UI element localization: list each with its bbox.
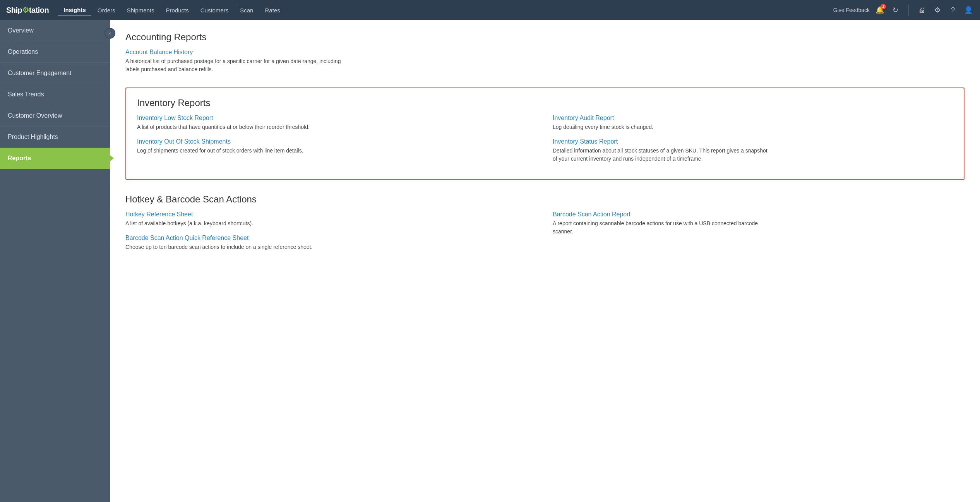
nav-shipments[interactable]: Shipments (122, 5, 160, 16)
sidebar-item-operations[interactable]: Operations (0, 41, 110, 63)
hotkey-col1: Hotkey Reference Sheet A list of availab… (125, 211, 537, 258)
inventory-audit-desc: Log detailing every time stock is change… (553, 123, 769, 131)
nav-rates[interactable]: Rates (259, 5, 285, 16)
hotkey-section: Hotkey & Barcode Scan Actions Hotkey Ref… (125, 194, 965, 258)
print-icon[interactable]: 🖨 (917, 5, 927, 15)
sidebar-item-sales-trends[interactable]: Sales Trends (0, 84, 110, 105)
hotkey-reference-link[interactable]: Hotkey Reference Sheet (125, 211, 537, 218)
inventory-out-of-stock-link[interactable]: Inventory Out Of Stock Shipments (137, 138, 537, 145)
nav-right: Give Feedback 🔔 1 ↻ 🖨 ⚙ ? 👤 (833, 4, 974, 16)
refresh-icon[interactable]: ↻ (890, 5, 901, 15)
logo-gear: ⚙ (22, 6, 29, 14)
inventory-audit-link[interactable]: Inventory Audit Report (553, 115, 953, 122)
main-content: Accounting Reports Account Balance Histo… (110, 20, 980, 502)
notification-icon[interactable]: 🔔 1 (874, 5, 885, 15)
accounting-section-title: Accounting Reports (125, 32, 965, 43)
inventory-status-desc: Detailed information about all stock sta… (553, 147, 769, 163)
active-arrow-icon (110, 155, 114, 161)
app-logo[interactable]: Ship⚙tation (6, 5, 49, 15)
inventory-section: Inventory Reports Inventory Low Stock Re… (125, 87, 965, 180)
nav-links: Insights Orders Shipments Products Custo… (58, 4, 833, 16)
inventory-low-stock-desc: A list of products that have quantities … (137, 123, 354, 131)
nav-insights[interactable]: Insights (58, 4, 91, 16)
page-layout: ‹ Overview Operations Customer Engagemen… (0, 20, 980, 502)
barcode-quick-ref-link[interactable]: Barcode Scan Action Quick Reference Shee… (125, 235, 537, 242)
sidebar-item-customer-engagement[interactable]: Customer Engagement (0, 63, 110, 84)
nav-orders[interactable]: Orders (92, 5, 121, 16)
account-balance-history-item: Account Balance History A historical lis… (125, 49, 965, 74)
top-nav: Ship⚙tation Insights Orders Shipments Pr… (0, 0, 980, 20)
inventory-audit-item: Inventory Audit Report Log detailing eve… (553, 115, 953, 131)
accounting-section: Accounting Reports Account Balance Histo… (125, 32, 965, 74)
inventory-section-title: Inventory Reports (137, 98, 953, 108)
hotkey-reference-item: Hotkey Reference Sheet A list of availab… (125, 211, 537, 228)
nav-customers[interactable]: Customers (195, 5, 234, 16)
hotkey-col2: Barcode Scan Action Report A report cont… (553, 211, 965, 258)
barcode-scan-action-link[interactable]: Barcode Scan Action Report (553, 211, 965, 218)
hotkey-reference-desc: A list of available hotkeys (a.k.a. keyb… (125, 219, 342, 228)
nav-products[interactable]: Products (161, 5, 194, 16)
sidebar-toggle[interactable]: ‹ (105, 28, 115, 39)
inventory-col2: Inventory Audit Report Log detailing eve… (553, 115, 953, 170)
user-icon[interactable]: 👤 (963, 5, 974, 15)
sidebar-item-customer-overview[interactable]: Customer Overview (0, 105, 110, 127)
inventory-low-stock-link[interactable]: Inventory Low Stock Report (137, 115, 537, 122)
inventory-col1: Inventory Low Stock Report A list of pro… (137, 115, 537, 170)
barcode-quick-ref-item: Barcode Scan Action Quick Reference Shee… (125, 235, 537, 251)
barcode-scan-action-item: Barcode Scan Action Report A report cont… (553, 211, 965, 236)
inventory-status-item: Inventory Status Report Detailed informa… (553, 138, 953, 163)
account-balance-history-link[interactable]: Account Balance History (125, 49, 965, 56)
help-icon[interactable]: ? (947, 5, 958, 15)
hotkey-section-title: Hotkey & Barcode Scan Actions (125, 194, 965, 205)
inventory-low-stock-item: Inventory Low Stock Report A list of pro… (137, 115, 537, 131)
barcode-scan-action-desc: A report containing scannable barcode ac… (553, 219, 769, 236)
sidebar-item-product-highlights[interactable]: Product Highlights (0, 127, 110, 148)
inventory-out-of-stock-desc: Log of shipments created for out of stoc… (137, 147, 354, 155)
settings-icon[interactable]: ⚙ (932, 5, 943, 15)
sidebar-item-reports[interactable]: Reports (0, 148, 110, 169)
barcode-quick-ref-desc: Choose up to ten barcode scan actions to… (125, 243, 342, 251)
notification-badge: 1 (881, 4, 886, 9)
inventory-two-col: Inventory Low Stock Report A list of pro… (137, 115, 953, 170)
inventory-out-of-stock-item: Inventory Out Of Stock Shipments Log of … (137, 138, 537, 155)
inventory-status-link[interactable]: Inventory Status Report (553, 138, 953, 145)
sidebar-item-overview[interactable]: Overview (0, 20, 110, 41)
sidebar: ‹ Overview Operations Customer Engagemen… (0, 20, 110, 502)
hotkey-two-col: Hotkey Reference Sheet A list of availab… (125, 211, 965, 258)
account-balance-history-desc: A historical list of purchased postage f… (125, 57, 342, 74)
nav-scan[interactable]: Scan (235, 5, 259, 16)
give-feedback-button[interactable]: Give Feedback (833, 7, 870, 13)
nav-divider (908, 4, 909, 16)
